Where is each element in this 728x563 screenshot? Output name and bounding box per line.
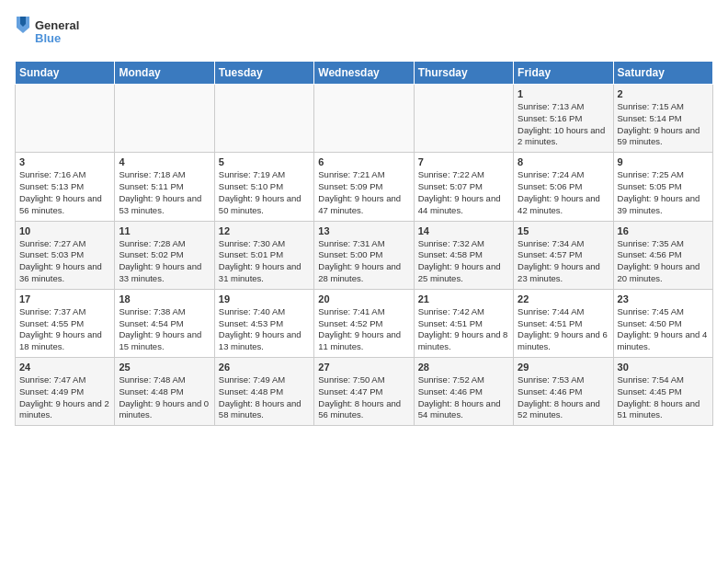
day-number: 6: [318, 156, 409, 167]
day-number: 10: [19, 225, 110, 236]
day-info: Sunrise: 7:31 AM Sunset: 5:00 PM Dayligh…: [318, 238, 409, 285]
day-number: 21: [418, 293, 509, 304]
day-info: Sunrise: 7:50 AM Sunset: 4:47 PM Dayligh…: [318, 374, 409, 421]
day-info: Sunrise: 7:16 AM Sunset: 5:13 PM Dayligh…: [19, 169, 110, 216]
day-info: Sunrise: 7:45 AM Sunset: 4:50 PM Dayligh…: [618, 306, 709, 353]
day-number: 4: [119, 156, 210, 167]
calendar-cell: 23Sunrise: 7:45 AM Sunset: 4:50 PM Dayli…: [613, 289, 712, 357]
day-info: Sunrise: 7:13 AM Sunset: 5:16 PM Dayligh…: [518, 101, 609, 148]
day-info: Sunrise: 7:22 AM Sunset: 5:07 PM Dayligh…: [418, 169, 509, 216]
day-number: 13: [318, 225, 409, 236]
day-info: Sunrise: 7:54 AM Sunset: 4:45 PM Dayligh…: [618, 374, 709, 421]
day-number: 19: [219, 293, 310, 304]
day-number: 7: [418, 156, 509, 167]
calendar-week-row: 10Sunrise: 7:27 AM Sunset: 5:03 PM Dayli…: [16, 221, 713, 289]
calendar-cell: 10Sunrise: 7:27 AM Sunset: 5:03 PM Dayli…: [16, 221, 115, 289]
calendar-cell: 29Sunrise: 7:53 AM Sunset: 4:46 PM Dayli…: [514, 358, 613, 426]
calendar-cell: 12Sunrise: 7:30 AM Sunset: 5:01 PM Dayli…: [214, 221, 313, 289]
day-info: Sunrise: 7:27 AM Sunset: 5:03 PM Dayligh…: [19, 238, 110, 285]
day-number: 27: [318, 362, 409, 373]
day-number: 11: [119, 225, 210, 236]
calendar-cell: 14Sunrise: 7:32 AM Sunset: 4:58 PM Dayli…: [414, 221, 513, 289]
day-info: Sunrise: 7:52 AM Sunset: 4:46 PM Dayligh…: [418, 374, 509, 421]
calendar-cell: 8Sunrise: 7:24 AM Sunset: 5:06 PM Daylig…: [514, 153, 613, 221]
calendar-cell: 1Sunrise: 7:13 AM Sunset: 5:16 PM Daylig…: [514, 85, 613, 153]
calendar-cell: 16Sunrise: 7:35 AM Sunset: 4:56 PM Dayli…: [613, 221, 712, 289]
day-info: Sunrise: 7:37 AM Sunset: 4:55 PM Dayligh…: [19, 306, 110, 353]
day-info: Sunrise: 7:44 AM Sunset: 4:51 PM Dayligh…: [518, 306, 609, 353]
calendar-cell: 24Sunrise: 7:47 AM Sunset: 4:49 PM Dayli…: [16, 358, 115, 426]
calendar-cell: 9Sunrise: 7:25 AM Sunset: 5:05 PM Daylig…: [613, 153, 712, 221]
calendar-cell: 22Sunrise: 7:44 AM Sunset: 4:51 PM Dayli…: [514, 289, 613, 357]
calendar-cell: 19Sunrise: 7:40 AM Sunset: 4:53 PM Dayli…: [214, 289, 313, 357]
day-number: 5: [219, 156, 310, 167]
day-info: Sunrise: 7:19 AM Sunset: 5:10 PM Dayligh…: [219, 169, 310, 216]
calendar-cell: 5Sunrise: 7:19 AM Sunset: 5:10 PM Daylig…: [214, 153, 313, 221]
weekday-header: Monday: [115, 62, 214, 85]
day-number: 15: [518, 225, 609, 236]
calendar-cell: 2Sunrise: 7:15 AM Sunset: 5:14 PM Daylig…: [613, 85, 712, 153]
day-info: Sunrise: 7:28 AM Sunset: 5:02 PM Dayligh…: [119, 238, 210, 285]
calendar-cell: 20Sunrise: 7:41 AM Sunset: 4:52 PM Dayli…: [314, 289, 414, 357]
day-number: 22: [518, 293, 609, 304]
day-number: 23: [618, 293, 709, 304]
calendar-cell: 25Sunrise: 7:48 AM Sunset: 4:48 PM Dayli…: [115, 358, 214, 426]
day-number: 30: [618, 362, 709, 373]
calendar-cell: [214, 85, 313, 153]
day-number: 17: [19, 293, 110, 304]
day-number: 20: [318, 293, 409, 304]
calendar-cell: 3Sunrise: 7:16 AM Sunset: 5:13 PM Daylig…: [16, 153, 115, 221]
calendar-week-row: 24Sunrise: 7:47 AM Sunset: 4:49 PM Dayli…: [16, 358, 713, 426]
calendar-cell: 18Sunrise: 7:38 AM Sunset: 4:54 PM Dayli…: [115, 289, 214, 357]
page-header: General Blue: [15, 15, 713, 52]
day-info: Sunrise: 7:41 AM Sunset: 4:52 PM Dayligh…: [318, 306, 409, 353]
day-number: 8: [518, 156, 609, 167]
day-info: Sunrise: 7:21 AM Sunset: 5:09 PM Dayligh…: [318, 169, 409, 216]
weekday-header: Wednesday: [314, 62, 414, 85]
svg-text:Blue: Blue: [35, 31, 61, 45]
day-info: Sunrise: 7:53 AM Sunset: 4:46 PM Dayligh…: [518, 374, 609, 421]
calendar-cell: [414, 85, 513, 153]
day-info: Sunrise: 7:38 AM Sunset: 4:54 PM Dayligh…: [119, 306, 210, 353]
day-info: Sunrise: 7:34 AM Sunset: 4:57 PM Dayligh…: [518, 238, 609, 285]
day-number: 12: [219, 225, 310, 236]
day-info: Sunrise: 7:35 AM Sunset: 4:56 PM Dayligh…: [618, 238, 709, 285]
calendar-cell: 11Sunrise: 7:28 AM Sunset: 5:02 PM Dayli…: [115, 221, 214, 289]
weekday-header-row: SundayMondayTuesdayWednesdayThursdayFrid…: [16, 62, 713, 85]
day-info: Sunrise: 7:42 AM Sunset: 4:51 PM Dayligh…: [418, 306, 509, 353]
calendar-cell: [314, 85, 414, 153]
day-info: Sunrise: 7:30 AM Sunset: 5:01 PM Dayligh…: [219, 238, 310, 285]
day-info: Sunrise: 7:32 AM Sunset: 4:58 PM Dayligh…: [418, 238, 509, 285]
svg-text:General: General: [35, 18, 79, 32]
calendar-week-row: 3Sunrise: 7:16 AM Sunset: 5:13 PM Daylig…: [16, 153, 713, 221]
calendar-week-row: 1Sunrise: 7:13 AM Sunset: 5:16 PM Daylig…: [16, 85, 713, 153]
day-info: Sunrise: 7:18 AM Sunset: 5:11 PM Dayligh…: [119, 169, 210, 216]
day-number: 9: [618, 156, 709, 167]
day-number: 14: [418, 225, 509, 236]
day-number: 28: [418, 362, 509, 373]
calendar-cell: [16, 85, 115, 153]
day-info: Sunrise: 7:25 AM Sunset: 5:05 PM Dayligh…: [618, 169, 709, 216]
day-number: 3: [19, 156, 110, 167]
day-number: 16: [618, 225, 709, 236]
day-info: Sunrise: 7:40 AM Sunset: 4:53 PM Dayligh…: [219, 306, 310, 353]
calendar-cell: 30Sunrise: 7:54 AM Sunset: 4:45 PM Dayli…: [613, 358, 712, 426]
day-info: Sunrise: 7:49 AM Sunset: 4:48 PM Dayligh…: [219, 374, 310, 421]
day-number: 1: [518, 88, 609, 99]
calendar-cell: 6Sunrise: 7:21 AM Sunset: 5:09 PM Daylig…: [314, 153, 414, 221]
day-number: 26: [219, 362, 310, 373]
day-info: Sunrise: 7:24 AM Sunset: 5:06 PM Dayligh…: [518, 169, 609, 216]
calendar-cell: 21Sunrise: 7:42 AM Sunset: 4:51 PM Dayli…: [414, 289, 513, 357]
weekday-header: Sunday: [16, 62, 115, 85]
day-number: 18: [119, 293, 210, 304]
calendar-cell: 7Sunrise: 7:22 AM Sunset: 5:07 PM Daylig…: [414, 153, 513, 221]
logo-svg: General Blue: [15, 15, 88, 52]
calendar-cell: 15Sunrise: 7:34 AM Sunset: 4:57 PM Dayli…: [514, 221, 613, 289]
calendar-cell: 26Sunrise: 7:49 AM Sunset: 4:48 PM Dayli…: [214, 358, 313, 426]
logo: General Blue: [15, 15, 88, 52]
calendar-cell: 27Sunrise: 7:50 AM Sunset: 4:47 PM Dayli…: [314, 358, 414, 426]
day-info: Sunrise: 7:15 AM Sunset: 5:14 PM Dayligh…: [618, 101, 709, 148]
day-info: Sunrise: 7:48 AM Sunset: 4:48 PM Dayligh…: [119, 374, 210, 421]
calendar-cell: 17Sunrise: 7:37 AM Sunset: 4:55 PM Dayli…: [16, 289, 115, 357]
calendar-table: SundayMondayTuesdayWednesdayThursdayFrid…: [15, 61, 713, 426]
